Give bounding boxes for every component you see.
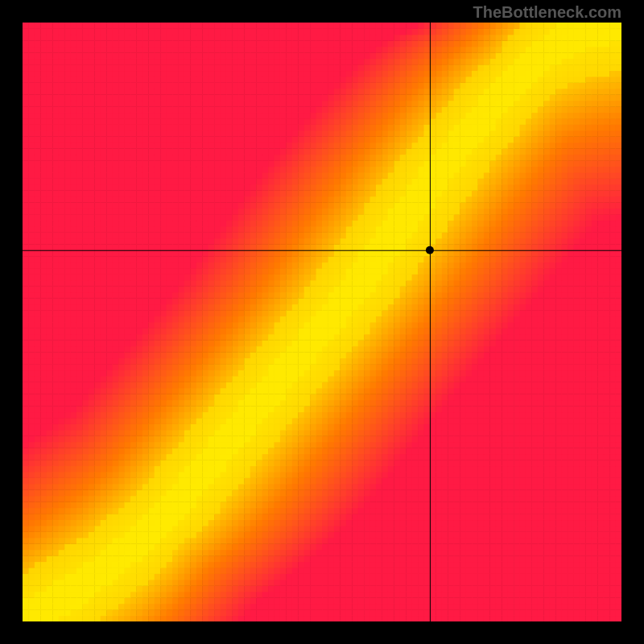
bottleneck-heatmap: [23, 23, 621, 621]
watermark-text: TheBottleneck.com: [473, 3, 621, 22]
heatmap-canvas: [23, 23, 621, 621]
